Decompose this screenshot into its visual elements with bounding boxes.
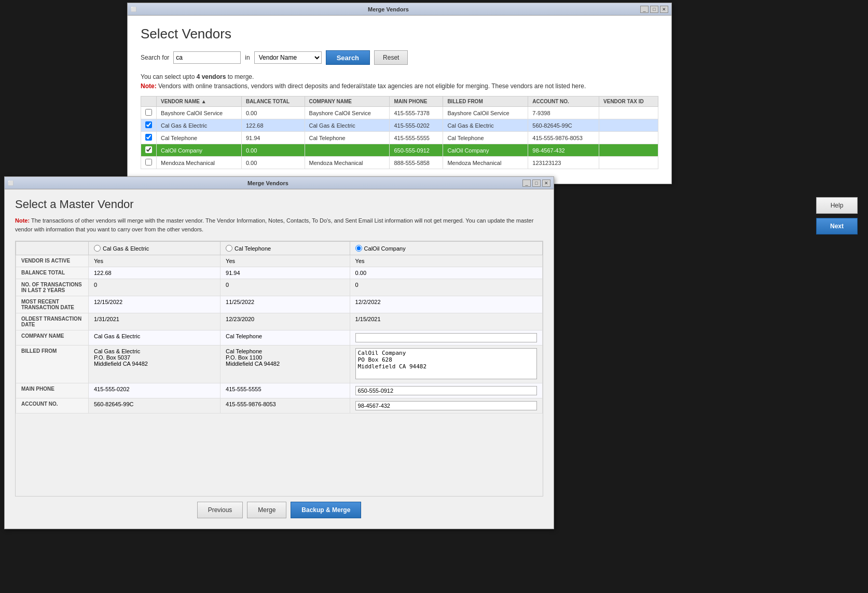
v2-company: Cal Telephone <box>221 330 350 346</box>
v2-phone: 415-555-5555 <box>221 383 350 398</box>
v3-balance: 0.00 <box>350 267 542 279</box>
v3-company-cell <box>350 330 542 346</box>
col-header-tax: VENDOR TAX ID <box>599 96 658 107</box>
minimize-button[interactable]: _ <box>522 180 531 187</box>
phone-cell: 415-555-7378 <box>390 107 443 119</box>
vendor1-header: Cal Gas & Electric <box>89 242 221 255</box>
v3-billed-cell: CalOil Company PO Box 628 Middlefield CA… <box>350 346 542 383</box>
billed-cell: Mendoza Mechanical <box>443 157 528 169</box>
note-content: Vendors with online transactions, vendor… <box>158 82 586 90</box>
company-cell: Cal Gas & Electric <box>305 119 390 132</box>
select-master-vendor-window: ⬜ Merge Vendors _ □ ✕ Select a Master Ve… <box>4 176 554 529</box>
vendor2-radio[interactable] <box>226 245 232 252</box>
company-cell <box>305 144 390 157</box>
billed-cell: Bayshore CalOil Service <box>443 107 528 119</box>
vendor1-name: Cal Gas & Electric <box>103 245 149 252</box>
field-label: OLDEST TRANSACTION DATE <box>16 313 89 330</box>
master-note-content: The transactions of other vendors will m… <box>15 217 533 232</box>
account-cell: 415-555-9876-8053 <box>528 132 599 144</box>
col-header-company: COMPANY NAME <box>305 96 390 107</box>
row-checkbox[interactable] <box>145 121 152 128</box>
master-note: Note: The transactions of other vendors … <box>15 216 543 233</box>
v1-active: Yes <box>89 255 221 267</box>
in-label: in <box>245 54 250 61</box>
v2-recent-date: 11/25/2022 <box>221 296 350 313</box>
v3-oldest-date: 1/15/2021 <box>350 313 542 330</box>
table-row: Cal Telephone 91.94 Cal Telephone 415-55… <box>141 132 658 144</box>
billed-cell: Cal Gas & Electric <box>443 119 528 132</box>
v2-balance: 91.94 <box>221 267 350 279</box>
v1-company: Cal Gas & Electric <box>89 330 221 346</box>
account-cell: 123123123 <box>528 157 599 169</box>
v1-balance: 122.68 <box>89 267 221 279</box>
search-category-select[interactable]: Vendor Name Company Name Account No. <box>254 51 322 64</box>
vendor3-radio[interactable] <box>355 245 362 252</box>
account-cell: 98-4567-432 <box>528 144 599 157</box>
row-checkbox[interactable] <box>145 134 152 141</box>
merge-button[interactable]: Merge <box>247 502 286 518</box>
search-for-label: Search for <box>141 54 169 61</box>
help-button[interactable]: Help <box>816 197 858 214</box>
vendor2-header: Cal Telephone <box>221 242 350 255</box>
close-button[interactable]: ✕ <box>660 6 668 13</box>
notice-text: You can select upto 4 vendors to merge. <box>141 73 658 80</box>
minimize-button[interactable]: _ <box>640 6 649 13</box>
select-vendors-form: Select Vendors Search for in Vendor Name… <box>128 16 671 180</box>
field-label: COMPANY NAME <box>16 330 89 346</box>
v3-billed-input[interactable]: CalOil Company PO Box 628 Middlefield CA… <box>355 348 537 379</box>
v3-recent-date: 12/2/2022 <box>350 296 542 313</box>
table-row: Bayshore CalOil Service 0.00 Bayshore Ca… <box>141 107 658 119</box>
maximize-button[interactable]: □ <box>650 6 658 13</box>
balance-cell: 0.00 <box>241 144 305 157</box>
account-cell: 7-9398 <box>528 107 599 119</box>
table-row: Mendoza Mechanical 0.00 Mendoza Mechanic… <box>141 157 658 169</box>
comparison-scroll-inner[interactable]: Cal Gas & Electric Cal Telephone <box>16 241 543 496</box>
v3-account-input[interactable] <box>355 401 537 410</box>
row-checkbox[interactable] <box>145 109 152 116</box>
comparison-row: COMPANY NAME Cal Gas & Electric Cal Tele… <box>16 330 543 346</box>
v1-phone: 415-555-0202 <box>89 383 221 398</box>
resize-icon: ⬜ <box>8 181 13 186</box>
tax-cell <box>599 144 658 157</box>
window1-titlebar: ⬜ Merge Vendors _ □ ✕ <box>128 3 671 16</box>
comparison-row: BALANCE TOTAL 122.68 91.94 0.00 <box>16 267 543 279</box>
close-button[interactable]: ✕ <box>542 180 550 187</box>
comparison-scroll-area: Cal Gas & Electric Cal Telephone <box>15 241 543 497</box>
balance-cell: 0.00 <box>241 107 305 119</box>
table-row: Cal Gas & Electric 122.68 Cal Gas & Elec… <box>141 119 658 132</box>
v3-phone-input[interactable] <box>355 386 537 395</box>
vendor3-radio-row: CalOil Company <box>355 245 537 252</box>
v2-billed: Cal Telephone P.O. Box 1100 Middlefield … <box>221 346 350 383</box>
row-checkbox[interactable] <box>145 159 152 166</box>
billed-cell: Cal Telephone <box>443 132 528 144</box>
right-panel: Help Next <box>816 197 858 235</box>
master-note-label: Note: <box>15 217 30 224</box>
v3-company-input[interactable] <box>355 333 537 342</box>
comparison-row: MAIN PHONE 415-555-0202 415-555-5555 <box>16 383 543 398</box>
comparison-row: VENDOR IS ACTIVE Yes Yes Yes <box>16 255 543 267</box>
col-header-phone: MAIN PHONE <box>390 96 443 107</box>
field-label: MAIN PHONE <box>16 383 89 398</box>
window2-title: Merge Vendors <box>13 180 522 186</box>
vendor1-radio[interactable] <box>94 245 101 252</box>
comparison-table: Cal Gas & Electric Cal Telephone <box>16 241 543 413</box>
field-label: MOST RECENT TRANSACTION DATE <box>16 296 89 313</box>
tax-cell <box>599 132 658 144</box>
select-vendors-window: ⬜ Merge Vendors _ □ ✕ Select Vendors Sea… <box>127 3 672 184</box>
field-label: NO. OF TRANSACTIONS IN LAST 2 YEARS <box>16 279 89 296</box>
company-cell: Mendoza Mechanical <box>305 157 390 169</box>
note-label: Note: <box>141 82 157 90</box>
search-button[interactable]: Search <box>326 50 370 65</box>
window1-title: Merge Vendors <box>136 6 640 12</box>
previous-button[interactable]: Previous <box>197 502 243 518</box>
notice-note: Note: Vendors with online transactions, … <box>141 82 658 90</box>
vendor-name-cell: Mendoza Mechanical <box>157 157 242 169</box>
vendor-name-cell: Cal Gas & Electric <box>157 119 242 132</box>
maximize-button[interactable]: □ <box>532 180 541 187</box>
backup-merge-button[interactable]: Backup & Merge <box>291 502 361 518</box>
page-title: Select Vendors <box>141 26 658 42</box>
search-input[interactable] <box>173 51 241 64</box>
reset-button[interactable]: Reset <box>374 50 408 65</box>
row-checkbox[interactable] <box>145 146 152 153</box>
next-button[interactable]: Next <box>816 218 858 235</box>
